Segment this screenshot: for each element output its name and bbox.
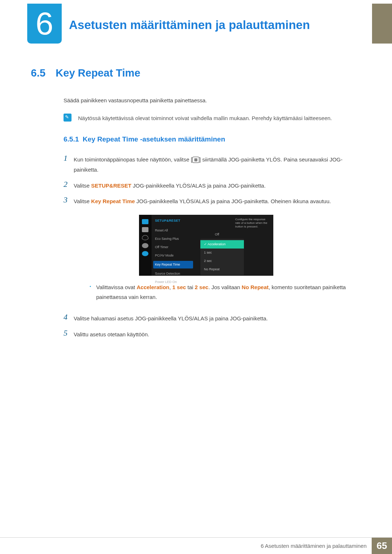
steps-list: 1 Kun toimintonäppäinopas tulee näyttöön… bbox=[64, 153, 361, 340]
osd-menu-item: Source Detection bbox=[155, 271, 193, 277]
resize-icon bbox=[142, 235, 148, 240]
step-4: 4 Valitse haluamasi asetus JOG-painikkee… bbox=[64, 312, 361, 324]
step-body: Valitse Key Repeat Time JOG-painikkeella… bbox=[74, 195, 361, 308]
note-icon bbox=[64, 114, 72, 122]
osd-menu-item: PC/AV Mode bbox=[155, 253, 193, 259]
osd-menu-item-selected: Key Repeat Time bbox=[153, 261, 193, 268]
page-content: 6.5Key Repeat Time Säädä painikkeen vast… bbox=[31, 67, 361, 344]
osd-panel: SETUP&RESET Reset All Eco Saving Plus Of… bbox=[139, 215, 273, 276]
step-number: 4 bbox=[64, 312, 74, 322]
step-body: Valitse SETUP&RESET JOG-painikkeella YLÖ… bbox=[74, 180, 361, 191]
step-number: 2 bbox=[64, 180, 74, 189]
osd-menu-item: Off Timer bbox=[155, 244, 193, 250]
monitor-icon bbox=[142, 219, 148, 224]
section-intro: Säädä painikkeen vastausnopeutta painike… bbox=[64, 97, 361, 103]
osd-option: 2 sec bbox=[200, 257, 244, 265]
step-1: 1 Kun toimintonäppäinopas tulee näyttöön… bbox=[64, 153, 361, 175]
osd-option-selected: Acceleration bbox=[200, 240, 244, 249]
step-body: Valitse haluamasi asetus JOG-painikkeell… bbox=[74, 312, 361, 324]
footer-page-number: 65 bbox=[372, 538, 392, 554]
step-2: 2 Valitse SETUP&RESET JOG-painikkeella Y… bbox=[64, 180, 361, 191]
step-3: 3 Valitse Key Repeat Time JOG-painikkeel… bbox=[64, 195, 361, 308]
osd-menu-item: Eco Saving Plus bbox=[155, 236, 193, 242]
osd-icon-column bbox=[139, 215, 151, 276]
osd-option: No Repeat bbox=[200, 265, 244, 274]
chapter-number-tab: 6 bbox=[27, 4, 62, 44]
osd-menu-header: SETUP&RESET bbox=[155, 218, 193, 224]
step-body: Valittu asetus otetaan käyttöön. bbox=[74, 328, 361, 340]
picture-icon bbox=[142, 227, 148, 232]
bold-term: SETUP&RESET bbox=[91, 182, 131, 189]
chapter-title: Asetusten määrittäminen ja palauttaminen bbox=[69, 18, 310, 32]
section-heading: 6.5Key Repeat Time bbox=[31, 67, 361, 79]
osd-value-off: Off bbox=[215, 231, 219, 238]
sub-bullet-list: Valittavissa ovat Acceleration, 1 sec ta… bbox=[90, 282, 361, 303]
note-text: Näytössä käytettävissä olevat toiminnot … bbox=[78, 114, 332, 123]
subsection-number: 6.5.1 bbox=[64, 135, 79, 143]
subsection-heading: 6.5.1 Key Repeat Time -asetuksen määritt… bbox=[64, 135, 361, 143]
menu-icon: ⊞ bbox=[192, 157, 199, 163]
orange-term: Key Repeat Time bbox=[91, 198, 135, 204]
osd-option: 1 sec bbox=[200, 249, 244, 257]
info-icon bbox=[142, 251, 148, 256]
step-body: Kun toimintonäppäinopas tulee näyttöön, … bbox=[74, 153, 361, 175]
osd-screenshot: SETUP&RESET Reset All Eco Saving Plus Of… bbox=[139, 215, 361, 276]
gear-icon bbox=[142, 243, 148, 248]
step-number: 1 bbox=[64, 153, 74, 163]
osd-detail-pane: Configure the response rate of a button … bbox=[197, 215, 273, 276]
note-block: Näytössä käytettävissä olevat toiminnot … bbox=[64, 114, 361, 123]
step-5: 5 Valittu asetus otetaan käyttöön. bbox=[64, 328, 361, 340]
footer-chapter-label: 6 Asetusten määrittäminen ja palauttamin… bbox=[261, 538, 372, 554]
bullet-item: Valittavissa ovat Acceleration, 1 sec ta… bbox=[90, 282, 361, 303]
header-accent-bar bbox=[372, 4, 392, 44]
osd-menu-list: SETUP&RESET Reset All Eco Saving Plus Of… bbox=[151, 215, 197, 276]
section-number: 6.5 bbox=[31, 67, 45, 79]
section-title: Key Repeat Time bbox=[56, 67, 140, 79]
page-footer: 6 Asetusten määrittäminen ja palauttamin… bbox=[0, 537, 392, 554]
subsection-title: Key Repeat Time -asetuksen määrittäminen bbox=[83, 135, 225, 143]
osd-options-popup: Acceleration 1 sec 2 sec No Repeat bbox=[200, 239, 244, 275]
osd-description: Configure the response rate of a button … bbox=[235, 218, 270, 229]
osd-menu-item: Reset All bbox=[155, 227, 193, 234]
step-number: 5 bbox=[64, 328, 74, 338]
step-number: 3 bbox=[64, 195, 74, 205]
